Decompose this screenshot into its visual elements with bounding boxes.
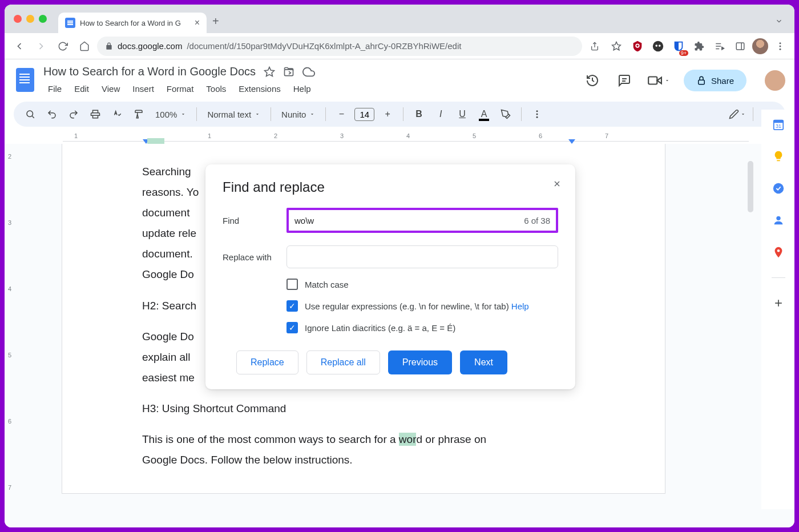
svg-marker-34 bbox=[742, 114, 744, 115]
zoom-select[interactable]: 100% bbox=[152, 110, 189, 119]
italic-button[interactable]: I bbox=[432, 106, 449, 123]
maximize-window-button[interactable] bbox=[39, 15, 47, 23]
media-control-button[interactable] bbox=[711, 38, 728, 55]
regex-checkbox[interactable]: ✓ bbox=[286, 300, 298, 312]
font-size-input[interactable]: 14 bbox=[354, 108, 374, 121]
underline-button[interactable]: U bbox=[454, 106, 471, 123]
chrome-profile-avatar[interactable] bbox=[752, 38, 768, 54]
print-button[interactable] bbox=[87, 106, 104, 123]
document-title[interactable]: How to Search for a Word in Google Docs bbox=[43, 65, 256, 78]
extension-bitwarden-icon[interactable]: 9+ bbox=[670, 38, 687, 55]
regex-label: Use regular expressions (e.g. \n for new… bbox=[305, 301, 511, 311]
doc-heading: H3: Using Shortcut Command bbox=[142, 398, 619, 419]
chevron-down-icon bbox=[180, 111, 186, 117]
previous-button[interactable]: Previous bbox=[388, 350, 452, 374]
match-case-checkbox[interactable] bbox=[286, 279, 298, 290]
reload-button[interactable] bbox=[54, 37, 72, 55]
styles-select[interactable]: Normal text bbox=[204, 110, 264, 119]
contacts-addon-button[interactable] bbox=[772, 213, 785, 227]
menu-view[interactable]: View bbox=[97, 82, 124, 96]
match-case-label: Match case bbox=[305, 280, 349, 289]
decrease-font-button[interactable]: − bbox=[333, 106, 350, 123]
find-label: Find bbox=[223, 216, 286, 225]
address-bar[interactable]: docs.google.com/document/d/150par9tMdyVD… bbox=[97, 37, 582, 56]
dialog-close-button[interactable] bbox=[552, 179, 562, 188]
extensions-menu-button[interactable] bbox=[691, 38, 708, 55]
new-tab-button[interactable]: + bbox=[212, 15, 219, 28]
sidepanel-separator bbox=[772, 277, 785, 278]
tasks-addon-button[interactable] bbox=[772, 182, 785, 195]
horizontal-ruler[interactable]: 1 1 2 3 4 5 6 7 bbox=[5, 131, 794, 144]
cloud-status-icon[interactable] bbox=[302, 66, 315, 78]
highlight-color-button[interactable] bbox=[497, 106, 514, 123]
maps-addon-button[interactable] bbox=[772, 245, 785, 259]
menu-file[interactable]: File bbox=[43, 82, 66, 96]
comments-button[interactable] bbox=[615, 71, 633, 90]
svg-rect-11 bbox=[736, 43, 744, 50]
share-button[interactable]: Share bbox=[684, 70, 746, 91]
svg-point-14 bbox=[780, 45, 781, 47]
editing-mode-button[interactable] bbox=[729, 106, 746, 123]
next-button[interactable]: Next bbox=[460, 350, 507, 374]
menu-tools[interactable]: Tools bbox=[201, 82, 231, 96]
svg-marker-22 bbox=[666, 80, 668, 81]
svg-rect-27 bbox=[93, 115, 98, 118]
undo-button[interactable] bbox=[43, 106, 60, 123]
vertical-ruler[interactable]: 2 3 4 5 6 7 bbox=[5, 144, 19, 527]
search-highlight: wor bbox=[399, 433, 417, 446]
replace-button[interactable]: Replace bbox=[236, 350, 298, 374]
menu-help[interactable]: Help bbox=[289, 82, 316, 96]
meet-button[interactable] bbox=[647, 73, 670, 88]
search-menus-button[interactable] bbox=[22, 106, 39, 123]
extension-ublock-icon[interactable] bbox=[629, 38, 646, 55]
more-format-button[interactable] bbox=[528, 106, 546, 123]
menu-extensions[interactable]: Extensions bbox=[234, 82, 285, 96]
tabs-dropdown-button[interactable] bbox=[775, 17, 783, 25]
calendar-addon-button[interactable]: 31 bbox=[772, 118, 785, 131]
menu-format[interactable]: Format bbox=[162, 82, 199, 96]
minimize-window-button[interactable] bbox=[26, 15, 34, 23]
forward-button[interactable] bbox=[32, 37, 50, 55]
diacritics-checkbox[interactable]: ✓ bbox=[286, 322, 298, 333]
menu-insert[interactable]: Insert bbox=[128, 82, 159, 96]
browser-tab[interactable]: How to Search for a Word in G × bbox=[58, 13, 207, 33]
chrome-menu-button[interactable] bbox=[772, 38, 789, 55]
find-replace-dialog: Find and replace Find 6 of 38 Replace wi… bbox=[205, 164, 575, 389]
redo-button[interactable] bbox=[65, 106, 82, 123]
svg-text:31: 31 bbox=[775, 123, 781, 129]
find-input[interactable] bbox=[294, 216, 524, 225]
close-window-button[interactable] bbox=[14, 15, 22, 23]
share-url-button[interactable] bbox=[586, 37, 604, 55]
scrollbar-thumb[interactable] bbox=[748, 161, 753, 212]
paint-format-button[interactable] bbox=[130, 106, 147, 123]
right-indent-marker-icon[interactable] bbox=[568, 139, 575, 144]
spellcheck-button[interactable] bbox=[108, 106, 126, 123]
bold-button[interactable]: B bbox=[410, 106, 427, 123]
star-button[interactable] bbox=[264, 66, 275, 78]
move-button[interactable] bbox=[283, 66, 294, 78]
regex-help-link[interactable]: Help bbox=[511, 301, 529, 311]
home-button[interactable] bbox=[75, 37, 94, 55]
svg-point-32 bbox=[536, 114, 538, 115]
keep-addon-button[interactable] bbox=[772, 150, 785, 163]
replace-all-button[interactable]: Replace all bbox=[306, 350, 380, 374]
font-select[interactable]: Nunito bbox=[278, 110, 318, 119]
svg-point-24 bbox=[27, 111, 33, 117]
docs-logo-icon[interactable] bbox=[14, 65, 37, 95]
get-addons-button[interactable] bbox=[772, 296, 785, 310]
bookmark-button[interactable] bbox=[607, 37, 626, 55]
diacritics-label: Ignore Latin diacritics (e.g. ä = a, E =… bbox=[305, 323, 455, 333]
text-color-button[interactable]: A bbox=[475, 106, 493, 123]
sidepanel-toggle-button[interactable] bbox=[732, 38, 749, 55]
tab-close-button[interactable]: × bbox=[195, 18, 200, 28]
increase-font-button[interactable]: + bbox=[379, 106, 396, 123]
menu-edit[interactable]: Edit bbox=[70, 82, 94, 96]
extension-privacy-icon[interactable] bbox=[649, 38, 667, 55]
version-history-button[interactable] bbox=[583, 71, 602, 90]
replace-input[interactable] bbox=[286, 245, 558, 268]
svg-point-3 bbox=[636, 45, 639, 47]
account-avatar[interactable] bbox=[765, 70, 785, 91]
back-button[interactable] bbox=[10, 37, 29, 55]
svg-point-4 bbox=[653, 41, 663, 51]
svg-line-25 bbox=[32, 116, 34, 118]
